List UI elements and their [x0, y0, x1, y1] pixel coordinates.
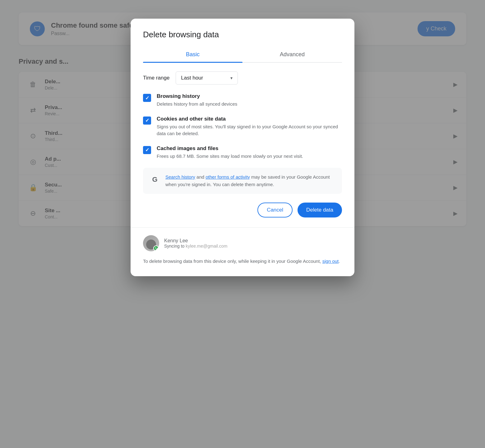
time-range-value: Last hour: [181, 75, 203, 81]
other-activity-link[interactable]: other forms of activity: [206, 174, 250, 180]
cached-images-description: Frees up 68.7 MB. Some sites may load mo…: [157, 153, 303, 160]
tab-advanced[interactable]: Advanced: [242, 47, 342, 62]
cancel-button[interactable]: Cancel: [257, 203, 293, 217]
bottom-text-suffix: .: [339, 258, 340, 264]
delete-browsing-data-dialog: Delete browsing data Basic Advanced Time…: [131, 19, 354, 276]
cached-images-item: ✓ Cached images and files Frees up 68.7 …: [143, 145, 342, 160]
delete-data-button[interactable]: Delete data: [298, 203, 342, 217]
checkmark-icon: ✓: [145, 117, 149, 123]
modal-overlay: Delete browsing data Basic Advanced Time…: [0, 0, 485, 448]
google-g-icon: G: [149, 174, 160, 185]
profile-email: kylee.me@gmail.com: [186, 244, 227, 249]
profile-section: ↻ Kenny Lee Syncing to kylee.me@gmail.co…: [143, 235, 342, 251]
checkmark-icon: ✓: [145, 147, 149, 153]
notice-text-between: and: [195, 174, 206, 180]
cookies-description: Signs you out of most sites. You'll stay…: [157, 123, 342, 137]
time-range-label: Time range: [143, 75, 169, 81]
dialog-title: Delete browsing data: [143, 30, 342, 39]
tab-advanced-label: Advanced: [280, 51, 305, 57]
checkmark-icon: ✓: [145, 95, 149, 101]
google-notice: G Search history and other forms of acti…: [143, 168, 342, 194]
avatar: ↻: [143, 235, 159, 251]
profile-name: Kenny Lee: [164, 238, 227, 244]
sign-out-link[interactable]: sign out: [322, 258, 339, 264]
browsing-history-title: Browsing history: [157, 93, 237, 99]
cookies-item: ✓ Cookies and other site data Signs you …: [143, 116, 342, 137]
tab-basic-label: Basic: [186, 51, 200, 57]
bottom-text-prefix: To delete browsing data from this device…: [143, 258, 322, 264]
search-history-link[interactable]: Search history: [165, 174, 195, 180]
browsing-history-description: Deletes history from all synced devices: [157, 101, 237, 108]
sync-prefix: Syncing to: [164, 244, 186, 249]
tab-bar: Basic Advanced: [143, 47, 342, 63]
browsing-history-item: ✓ Browsing history Deletes history from …: [143, 93, 342, 108]
time-range-row: Time range Last hour ▾: [143, 71, 342, 85]
time-range-select[interactable]: Last hour ▾: [176, 71, 238, 85]
dialog-header: Delete browsing data Basic Advanced: [131, 19, 354, 63]
dialog-body: Time range Last hour ▾ ✓ Browsing histor…: [131, 63, 354, 276]
sync-badge: ↻: [153, 245, 159, 251]
bottom-text: To delete browsing data from this device…: [143, 258, 342, 267]
divider: [131, 227, 354, 228]
google-notice-text: Search history and other forms of activi…: [165, 173, 336, 188]
cached-images-title: Cached images and files: [157, 145, 303, 152]
cookies-checkbox[interactable]: ✓: [143, 117, 151, 125]
cached-images-checkbox[interactable]: ✓: [143, 146, 151, 154]
tab-basic[interactable]: Basic: [143, 47, 242, 62]
dialog-buttons: Cancel Delete data: [143, 203, 342, 217]
browsing-history-checkbox[interactable]: ✓: [143, 94, 151, 102]
cookies-title: Cookies and other site data: [157, 116, 342, 122]
chevron-down-icon: ▾: [230, 75, 233, 80]
profile-sync-text: Syncing to kylee.me@gmail.com: [164, 244, 227, 249]
